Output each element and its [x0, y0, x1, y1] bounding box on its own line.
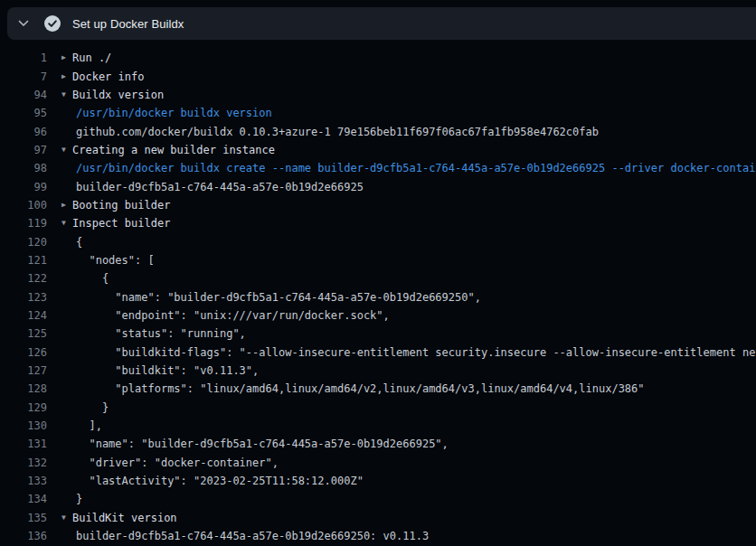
line-number[interactable]: 7: [0, 71, 47, 83]
log-line: 132 "driver": "docker-container",: [0, 454, 756, 472]
log-line: 119 ▼ Inspect builder: [0, 214, 756, 232]
log-text: "name": "builder-d9cfb5a1-c764-445a-a57e…: [76, 291, 481, 304]
log-text: Creating a new builder instance: [72, 144, 275, 156]
log-text: "nodes": [: [76, 254, 155, 267]
group-expanded-icon[interactable]: ▼: [61, 220, 72, 227]
log-text: "lastActivity": "2023-02-25T11:58:12.000…: [76, 475, 364, 487]
log-line: 7 ▶ Docker info: [0, 67, 756, 85]
log-line: 98 /usr/bin/docker buildx create --name …: [0, 159, 756, 177]
log-text: /usr/bin/docker buildx version: [76, 107, 272, 119]
step-header[interactable]: Set up Docker Buildx: [7, 7, 756, 40]
log-line: 120 {: [0, 232, 756, 250]
log-line: 96 github.com/docker/buildx 0.10.3+azure…: [0, 122, 756, 140]
log-line: 129 }: [0, 399, 756, 417]
log-line: 134 }: [0, 490, 756, 508]
log-text: Booting builder: [72, 199, 170, 212]
line-number[interactable]: 125: [0, 327, 47, 340]
log-lines-container: 1 ▶ Run ./ 7 ▶ Docker info 94 ▼ Buildx v…: [0, 49, 756, 546]
log-line: 126 "buildkitd-flags": "--allow-insecure…: [0, 344, 756, 362]
log-line: 97 ▼ Creating a new builder instance: [0, 141, 756, 159]
log-text: "buildkitd-flags": "--allow-insecure-ent…: [76, 346, 756, 359]
line-number[interactable]: 134: [0, 493, 47, 505]
line-number[interactable]: 130: [0, 419, 47, 432]
log-line: 124 "endpoint": "unix:///var/run/docker.…: [0, 306, 756, 325]
log-line: 130 ],: [0, 417, 756, 435]
log-text: "status": "running",: [76, 327, 246, 340]
log-text: }: [76, 401, 109, 414]
log-text: ],: [76, 419, 102, 432]
log-line: 133 "lastActivity": "2023-02-25T11:58:12…: [0, 472, 756, 490]
line-number[interactable]: 132: [0, 457, 47, 469]
log-text: Run ./: [72, 52, 111, 64]
log-line: 128 "platforms": "linux/amd64,linux/amd6…: [0, 380, 756, 398]
log-line: 121 "nodes": [: [0, 251, 756, 269]
line-number[interactable]: 126: [0, 346, 47, 359]
line-number[interactable]: 131: [0, 438, 47, 450]
line-number[interactable]: 133: [0, 475, 47, 487]
log-line: 131 "name": "builder-d9cfb5a1-c764-445a-…: [0, 435, 756, 453]
log-text: "platforms": "linux/amd64,linux/amd64/v2…: [76, 382, 645, 395]
log-text: "buildkit": "v0.11.3",: [76, 364, 259, 377]
log-text: /usr/bin/docker buildx create --name bui…: [76, 162, 756, 174]
log-text: Inspect builder: [72, 217, 170, 230]
group-collapsed-icon[interactable]: ▶: [61, 202, 72, 209]
line-number[interactable]: 128: [0, 382, 47, 395]
line-number[interactable]: 96: [0, 126, 47, 138]
group-collapsed-icon[interactable]: ▶: [61, 54, 72, 61]
line-number[interactable]: 1: [0, 52, 47, 64]
line-number[interactable]: 122: [0, 272, 47, 285]
group-collapsed-icon[interactable]: ▶: [61, 73, 72, 80]
line-number[interactable]: 94: [0, 89, 47, 101]
log-text: builder-d9cfb5a1-c764-445a-a57e-0b19d2e6…: [76, 181, 364, 193]
step-title: Set up Docker Buildx: [72, 17, 184, 31]
log-line: 123 "name": "builder-d9cfb5a1-c764-445a-…: [0, 287, 756, 306]
log-line: 127 "buildkit": "v0.11.3",: [0, 362, 756, 380]
log-line: 99 builder-d9cfb5a1-c764-445a-a57e-0b19d…: [0, 177, 756, 195]
log-line: 125 "status": "running",: [0, 325, 756, 343]
log-line: 135 ▼ BuildKit version: [0, 509, 756, 527]
group-expanded-icon[interactable]: ▼: [61, 146, 72, 154]
line-number[interactable]: 97: [0, 144, 47, 156]
log-text: "endpoint": "unix:///var/run/docker.sock…: [76, 309, 390, 322]
log-text: Buildx version: [72, 89, 164, 101]
log-line: 1 ▶ Run ./: [0, 49, 756, 67]
chevron-down-icon[interactable]: [16, 16, 31, 31]
group-expanded-icon[interactable]: ▼: [61, 514, 72, 522]
line-number[interactable]: 99: [0, 181, 47, 193]
log-line: 94 ▼ Buildx version: [0, 86, 756, 104]
line-number[interactable]: 95: [0, 107, 47, 119]
line-number[interactable]: 119: [0, 217, 47, 230]
log-text: "driver": "docker-container",: [76, 457, 279, 469]
actions-log-viewer: Set up Docker Buildx 1 ▶ Run ./ 7 ▶ Dock…: [0, 0, 756, 546]
log-text: {: [76, 236, 82, 249]
log-text: {: [76, 272, 109, 285]
log-text: "name": "builder-d9cfb5a1-c764-445a-a57e…: [76, 438, 449, 450]
line-number[interactable]: 127: [0, 364, 47, 377]
step-success-check-icon: [44, 15, 61, 32]
log-line: 100 ▶ Booting builder: [0, 196, 756, 214]
log-text: }: [76, 493, 82, 505]
log-text: github.com/docker/buildx 0.10.3+azure-1 …: [76, 126, 599, 138]
line-number[interactable]: 123: [0, 291, 47, 304]
line-number[interactable]: 121: [0, 254, 47, 267]
log-line: 122 {: [0, 269, 756, 287]
group-expanded-icon[interactable]: ▼: [61, 91, 72, 99]
line-number[interactable]: 124: [0, 309, 47, 322]
log-text: builder-d9cfb5a1-c764-445a-a57e-0b19d2e6…: [76, 530, 429, 542]
line-number[interactable]: 135: [0, 512, 47, 524]
line-number[interactable]: 136: [0, 530, 47, 542]
line-number[interactable]: 98: [0, 162, 47, 174]
line-number[interactable]: 129: [0, 401, 47, 414]
line-number[interactable]: 100: [0, 199, 47, 212]
log-text: Docker info: [72, 71, 144, 83]
line-number[interactable]: 120: [0, 236, 47, 249]
log-line: 95 /usr/bin/docker buildx version: [0, 104, 756, 122]
log-text: BuildKit version: [72, 512, 177, 524]
log-line: 136 builder-d9cfb5a1-c764-445a-a57e-0b19…: [0, 527, 756, 545]
